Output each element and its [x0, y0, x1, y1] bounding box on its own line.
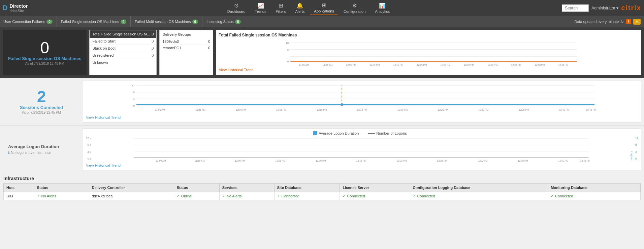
delivery-row-remotepc[interactable]: remotePC1 0: [162, 45, 210, 51]
legend-rect-avg: [313, 131, 317, 135]
chart-legend: Average Logon Duration Number of Logons: [86, 131, 638, 135]
col-status: Status: [34, 184, 89, 192]
failed-chart-title: Total Failed Single session OS Machines: [219, 33, 639, 37]
cell-services: ✓ No Alerts: [219, 192, 274, 200]
failed-view-trend[interactable]: View Historical Trend: [219, 68, 639, 72]
sessions-chart-svg: 12 8 4 0 11:50 AM 11:55 AM 12:00 PM 12:0…: [86, 84, 638, 114]
svg-text:12:40 PM: 12:40 PM: [558, 160, 569, 162]
svg-text:8: 8: [133, 91, 135, 94]
failed-chart-svg: 10 5 0 11:50 AM 11:55 AM 12:00 PM 12:05 …: [219, 39, 639, 66]
svg-text:12:20 PM: 12:20 PM: [397, 109, 408, 111]
svg-text:12:10 PM: 12:10 PM: [317, 109, 327, 111]
alert-right: Data updated every minute ↻ ! ⚠: [574, 19, 641, 25]
sessions-view-trend[interactable]: View Historical Trend: [86, 115, 638, 119]
svg-text:12:45 PM: 12:45 PM: [586, 109, 596, 111]
legend-avg-logon: Average Logon Duration: [313, 131, 359, 135]
col-ctrl-status: Status: [174, 184, 219, 192]
status-ok-host: ✓ No Alerts: [37, 194, 86, 198]
dropdown-label-unregistered: Unregistered: [92, 53, 114, 57]
alert-failed-multi[interactable]: Failed Multi-session OS Machines 0: [131, 16, 202, 27]
refresh-icon[interactable]: ↻: [621, 20, 624, 24]
nav-item-dashboard[interactable]: ⊙ Dashboard: [223, 1, 250, 15]
dropdown-header[interactable]: Total Failed Single session OS M... 0: [90, 30, 156, 38]
col-host: Host: [4, 184, 34, 192]
svg-text:12:40 PM: 12:40 PM: [559, 109, 569, 111]
alert-licensing-badge: 0: [235, 20, 241, 24]
dropdown-row-unknown[interactable]: Unknown: [90, 59, 156, 66]
cell-config-logging: ✓ Connected: [410, 192, 548, 200]
failed-title: Failed Single session OS Machines: [8, 56, 81, 61]
search-input[interactable]: [562, 4, 589, 12]
svg-text:12:20 PM: 12:20 PM: [441, 64, 451, 66]
avg-logon-chart-container: 12 s 8 s 4 s 0 s 11:50 AM 11:55 AM 12:00…: [86, 137, 638, 162]
delivery-groups-panel: Delivery Groups 1809vda3 0 remotePC1 0: [159, 30, 213, 75]
filters-icon: ⊞: [279, 2, 283, 9]
nav-label-alerts: Alerts: [295, 9, 304, 13]
nav-label-analytics: Analytics: [375, 9, 390, 13]
svg-text:12:35 PM: 12:35 PM: [511, 64, 521, 66]
dropdown-row-failed-start[interactable]: Failed to Start 0: [90, 38, 156, 45]
check-icon-services: ✓: [222, 194, 225, 198]
nav-item-analytics[interactable]: 📊 Analytics: [371, 1, 394, 15]
alert-failed-multi-badge: 0: [192, 20, 198, 24]
svg-text:12:35 PM: 12:35 PM: [518, 160, 528, 162]
svg-text:12:05 PM: 12:05 PM: [276, 160, 286, 162]
nav-label-dashboard: Dashboard: [227, 9, 246, 13]
failed-machines-panel: 0 Failed Single session OS Machines As o…: [3, 30, 87, 75]
failed-chart-area: Total Failed Single session OS Machines …: [216, 30, 641, 75]
brand-logo: D Director ddc4Site1: [3, 3, 50, 13]
alert-user-connection[interactable]: User Connection Failures 0: [3, 16, 57, 27]
legend-num-logons: Number of Logons: [368, 131, 407, 135]
sessions-count: 2: [37, 89, 46, 105]
cell-status: ✓ No Alerts: [34, 192, 89, 200]
alert-failed-single-badge: 0: [121, 20, 127, 24]
delivery-label-1809: 1809vda3: [162, 39, 179, 44]
dropdown-label-stuck-boot: Stuck on Boot: [92, 46, 116, 50]
svg-text:12:00 PM: 12:00 PM: [236, 109, 246, 111]
svg-point-29: [341, 103, 343, 106]
avg-logon-title: Average Logon Duration: [8, 144, 59, 149]
avg-logon-view-trend[interactable]: View Historical Trend: [86, 163, 638, 167]
status-ok-ctrl: ✓ Online: [177, 194, 217, 198]
svg-text:12: 12: [132, 84, 135, 87]
svg-text:12:35 PM: 12:35 PM: [519, 109, 529, 111]
nav-right: Administrator ▾ citrix: [562, 4, 641, 12]
table-row: B03 ✓ No Alerts ddc4.xd.local ✓ Online: [4, 192, 641, 200]
col-controller: Delivery Controller: [89, 184, 174, 192]
nav-item-applications[interactable]: ⊞ Applications: [310, 1, 338, 15]
admin-dropdown[interactable]: Administrator ▾: [591, 6, 618, 10]
delivery-row-1809[interactable]: 1809vda3 0: [162, 38, 210, 45]
alert-failed-single[interactable]: Failed Single session OS Machines 0: [57, 16, 131, 27]
legend-line-num: [368, 133, 375, 134]
svg-text:12:20 PM: 12:20 PM: [397, 160, 407, 162]
check-icon-license: ✓: [343, 194, 346, 198]
infrastructure-title: Infrastructure: [3, 176, 641, 181]
cell-license: ✓ Connected: [340, 192, 410, 200]
alert-licensing[interactable]: Licensing Status 0: [202, 16, 245, 27]
nav-item-filters[interactable]: ⊞ Filters: [271, 1, 290, 15]
dropdown-header-label: Total Failed Single session OS M...: [92, 32, 150, 36]
svg-text:11:50 AM: 11:50 AM: [156, 160, 166, 162]
app-name-icon: D: [3, 4, 7, 12]
sessions-timestamp: As of 7/29/2019 12:45 PM: [22, 111, 61, 114]
avg-logon-section: Average Logon Duration ℹ No logons over …: [0, 125, 644, 173]
svg-text:11:55 AM: 11:55 AM: [323, 64, 333, 66]
avg-logon-svg: 11:50 AM 11:55 AM 12:00 PM 12:05 PM 12:1…: [92, 137, 630, 162]
svg-text:12:45 PM: 12:45 PM: [580, 160, 590, 162]
nav-item-configuration[interactable]: ⚙ Configuration: [340, 1, 369, 15]
col-config-logging: Configuration Logging Database: [410, 184, 548, 192]
dropdown-row-unregistered[interactable]: Unregistered 0: [90, 52, 156, 59]
svg-text:12:45 PM: 12:45 PM: [558, 64, 569, 66]
dropdown-header-count: 0: [152, 32, 154, 36]
alert-bar: User Connection Failures 0 Failed Single…: [0, 16, 644, 27]
svg-text:12:15 PM: 12:15 PM: [417, 64, 427, 66]
y-axis-right-vals: 12 8 4 0: [635, 137, 638, 160]
alerts-icon: 🔔: [296, 2, 303, 9]
alert-failed-multi-label: Failed Multi-session OS Machines: [135, 20, 191, 24]
sessions-panel: 2 Sessions Connected As of 7/29/2019 12:…: [3, 81, 80, 122]
nav-item-trends[interactable]: 📈 Trends: [251, 1, 270, 15]
main-section: 0 Failed Single session OS Machines As o…: [0, 27, 644, 78]
nav-item-alerts[interactable]: 🔔 Alerts: [291, 1, 309, 15]
dropdown-row-stuck-boot[interactable]: Stuck on Boot 0: [90, 45, 156, 52]
svg-text:12:25 PM: 12:25 PM: [438, 109, 448, 111]
